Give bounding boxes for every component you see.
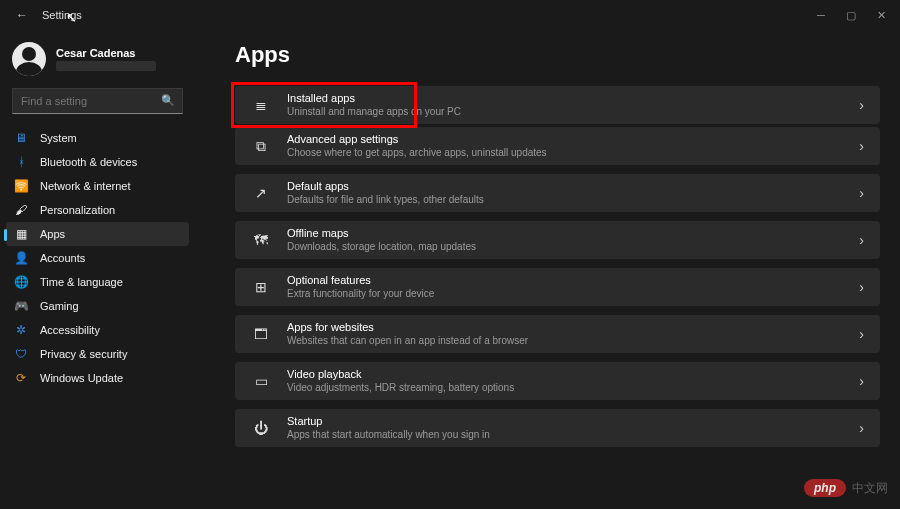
page-title: Apps [235, 42, 880, 68]
card-subtitle: Video adjustments, HDR streaming, batter… [287, 382, 859, 394]
chevron-right-icon: › [859, 326, 864, 342]
sidebar-item-network[interactable]: 🛜Network & internet [0, 174, 195, 198]
card-subtitle: Websites that can open in an app instead… [287, 335, 859, 347]
watermark-text: 中文网 [852, 480, 888, 497]
minimize-button[interactable]: ─ [806, 0, 836, 30]
sidebar-item-time-language[interactable]: 🌐Time & language [0, 270, 195, 294]
card-subtitle: Extra functionality for your device [287, 288, 859, 300]
card-advanced-settings[interactable]: ⧉Advanced app settingsChoose where to ge… [235, 127, 880, 165]
sidebar-item-network-icon: 🛜 [14, 179, 28, 193]
user-block[interactable]: Cesar Cadenas [0, 38, 195, 88]
chevron-right-icon: › [859, 97, 864, 113]
card-apps-for-websites-icon: 🗔 [251, 324, 271, 344]
card-optional-features[interactable]: ⊞Optional featuresExtra functionality fo… [235, 268, 880, 306]
sidebar-item-update-icon: ⟳ [14, 371, 28, 385]
search-wrap: 🔍 [12, 88, 183, 114]
sidebar: Cesar Cadenas 🔍 🖥SystemᚼBluetooth & devi… [0, 30, 195, 509]
chevron-right-icon: › [859, 373, 864, 389]
card-subtitle: Apps that start automatically when you s… [287, 429, 859, 441]
card-offline-maps[interactable]: 🗺Offline mapsDownloads, storage location… [235, 221, 880, 259]
card-installed-apps[interactable]: ≣Installed appsUninstall and manage apps… [235, 86, 880, 124]
sidebar-item-label: Personalization [40, 204, 115, 216]
sidebar-item-accessibility[interactable]: ✲Accessibility [0, 318, 195, 342]
card-title: Video playback [287, 368, 859, 381]
watermark-pill: php [804, 479, 846, 497]
card-startup[interactable]: ⏻StartupApps that start automatically wh… [235, 409, 880, 447]
sidebar-item-label: Gaming [40, 300, 79, 312]
card-optional-features-icon: ⊞ [251, 277, 271, 297]
card-title: Default apps [287, 180, 859, 193]
sidebar-item-privacy[interactable]: 🛡Privacy & security [0, 342, 195, 366]
sidebar-item-system[interactable]: 🖥System [0, 126, 195, 150]
sidebar-item-label: Accounts [40, 252, 85, 264]
card-default-apps-icon: ↗ [251, 183, 271, 203]
card-subtitle: Choose where to get apps, archive apps, … [287, 147, 859, 159]
sidebar-item-label: Time & language [40, 276, 123, 288]
card-startup-icon: ⏻ [251, 418, 271, 438]
card-text: Offline mapsDownloads, storage location,… [287, 227, 859, 252]
chevron-right-icon: › [859, 138, 864, 154]
card-subtitle: Defaults for file and link types, other … [287, 194, 859, 206]
sidebar-item-label: Apps [40, 228, 65, 240]
sidebar-item-accounts-icon: 👤 [14, 251, 28, 265]
sidebar-item-label: System [40, 132, 77, 144]
titlebar-left: ← Settings [4, 7, 82, 23]
titlebar: ← Settings ─ ▢ ✕ [0, 0, 900, 30]
card-installed-apps-icon: ≣ [251, 95, 271, 115]
card-title: Installed apps [287, 92, 859, 105]
card-offline-maps-icon: 🗺 [251, 230, 271, 250]
chevron-right-icon: › [859, 279, 864, 295]
sidebar-item-apps[interactable]: ▦Apps [6, 222, 189, 246]
avatar [12, 42, 46, 76]
sidebar-item-label: Network & internet [40, 180, 130, 192]
sidebar-item-label: Accessibility [40, 324, 100, 336]
sidebar-item-label: Windows Update [40, 372, 123, 384]
card-text: StartupApps that start automatically whe… [287, 415, 859, 440]
card-video-playback[interactable]: ▭Video playbackVideo adjustments, HDR st… [235, 362, 880, 400]
card-subtitle: Downloads, storage location, map updates [287, 241, 859, 253]
card-advanced-settings-icon: ⧉ [251, 136, 271, 156]
sidebar-item-label: Privacy & security [40, 348, 127, 360]
card-text: Video playbackVideo adjustments, HDR str… [287, 368, 859, 393]
card-apps-for-websites[interactable]: 🗔Apps for websitesWebsites that can open… [235, 315, 880, 353]
card-title: Apps for websites [287, 321, 859, 334]
card-video-playback-icon: ▭ [251, 371, 271, 391]
sidebar-item-gaming[interactable]: 🎮Gaming [0, 294, 195, 318]
sidebar-item-privacy-icon: 🛡 [14, 347, 28, 361]
sidebar-item-apps-icon: ▦ [14, 227, 28, 241]
search-input[interactable] [12, 88, 183, 114]
sidebar-item-accounts[interactable]: 👤Accounts [0, 246, 195, 270]
user-info: Cesar Cadenas [56, 47, 156, 71]
card-text: Installed appsUninstall and manage apps … [287, 92, 859, 117]
watermark: php 中文网 [804, 479, 888, 497]
card-text: Apps for websitesWebsites that can open … [287, 321, 859, 346]
cards-list: ≣Installed appsUninstall and manage apps… [235, 86, 880, 447]
sidebar-item-gaming-icon: 🎮 [14, 299, 28, 313]
chevron-right-icon: › [859, 420, 864, 436]
user-email-placeholder [56, 61, 156, 71]
card-default-apps[interactable]: ↗Default appsDefaults for file and link … [235, 174, 880, 212]
sidebar-item-system-icon: 🖥 [14, 131, 28, 145]
window-controls: ─ ▢ ✕ [806, 0, 896, 30]
sidebar-item-label: Bluetooth & devices [40, 156, 137, 168]
sidebar-item-personalization[interactable]: 🖌Personalization [0, 198, 195, 222]
card-title: Optional features [287, 274, 859, 287]
back-button[interactable]: ← [14, 7, 30, 23]
sidebar-item-accessibility-icon: ✲ [14, 323, 28, 337]
card-title: Startup [287, 415, 859, 428]
search-icon[interactable]: 🔍 [161, 94, 175, 107]
card-text: Advanced app settingsChoose where to get… [287, 133, 859, 158]
card-text: Optional featuresExtra functionality for… [287, 274, 859, 299]
sidebar-item-time-language-icon: 🌐 [14, 275, 28, 289]
card-text: Default appsDefaults for file and link t… [287, 180, 859, 205]
close-button[interactable]: ✕ [866, 0, 896, 30]
card-title: Offline maps [287, 227, 859, 240]
app-title: Settings [42, 9, 82, 21]
maximize-button[interactable]: ▢ [836, 0, 866, 30]
sidebar-item-bluetooth[interactable]: ᚼBluetooth & devices [0, 150, 195, 174]
sidebar-item-update[interactable]: ⟳Windows Update [0, 366, 195, 390]
sidebar-item-bluetooth-icon: ᚼ [14, 155, 28, 169]
chevron-right-icon: › [859, 185, 864, 201]
chevron-right-icon: › [859, 232, 864, 248]
card-subtitle: Uninstall and manage apps on your PC [287, 106, 859, 118]
